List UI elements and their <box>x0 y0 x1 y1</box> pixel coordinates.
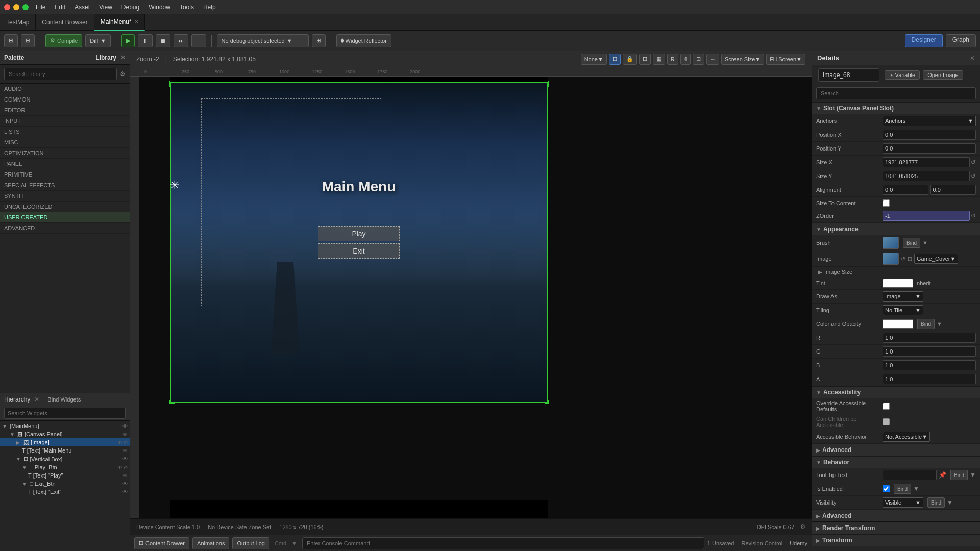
tab-content-browser[interactable]: Content Browser <box>36 14 94 31</box>
palette-misc[interactable]: MISC <box>0 137 130 148</box>
window-minimize-dot[interactable] <box>13 4 19 10</box>
graph-button[interactable]: Graph <box>946 34 976 47</box>
reset-icon-y[interactable]: ↺ <box>971 172 976 180</box>
step-btn[interactable]: ⏸ <box>138 34 153 47</box>
tree-vis-image[interactable]: ⊙ <box>124 440 128 445</box>
hierarchy-close[interactable]: ✕ <box>34 396 39 403</box>
widget-selection-box[interactable]: Main Menu Play Exit <box>170 82 548 403</box>
tree-eye-text-exit[interactable]: 👁 <box>122 489 128 495</box>
tint-swatch[interactable] <box>883 279 913 288</box>
toolbar-layout-btn[interactable]: ⊞ <box>4 34 18 47</box>
tree-toggle-vbox[interactable]: ▼ <box>16 456 22 462</box>
brush-bind-btn[interactable]: Bind <box>903 238 920 248</box>
is-enabled-bind-btn[interactable]: Bind <box>894 484 911 494</box>
section-advanced-2[interactable]: ▶ Advanced <box>812 510 980 522</box>
output-log-btn[interactable]: Output Log <box>232 537 269 549</box>
compile-button[interactable]: ⚙ Compile <box>45 34 82 47</box>
palette-synth[interactable]: SYNTH <box>0 191 130 202</box>
palette-common[interactable]: COMMON <box>0 94 130 105</box>
palette-user-created[interactable]: USER CREATED <box>0 212 130 223</box>
tree-toggle-exit[interactable]: ▼ <box>22 481 28 487</box>
tree-vbox[interactable]: ▼ ⊞ [Vertical Box] 👁 <box>0 455 130 463</box>
tiling-dropdown[interactable]: No Tile ▼ <box>883 305 923 315</box>
cmd-input[interactable] <box>302 537 704 549</box>
pos-y-input[interactable] <box>883 143 976 154</box>
tree-text-mainmenu[interactable]: T [Text] "Main Menu" 👁 <box>0 446 130 455</box>
widget-name-input[interactable] <box>818 68 879 82</box>
refresh-icon[interactable]: ↺ <box>901 256 905 262</box>
palette-close[interactable]: ✕ <box>120 54 126 61</box>
palette-optimization[interactable]: OPTIMIZATION <box>0 148 130 159</box>
tree-eye-mainmenu[interactable]: 👁 <box>122 423 128 429</box>
grid-btn-r[interactable]: R <box>667 54 678 65</box>
locate-icon[interactable]: ⊡ <box>908 256 912 262</box>
pos-x-input[interactable] <box>883 130 976 140</box>
menu-help[interactable]: Help <box>199 3 220 12</box>
is-enabled-checkbox[interactable] <box>883 485 890 492</box>
animations-btn[interactable]: Animations <box>192 537 229 549</box>
palette-uncategorized[interactable]: UNCATEGORIZED <box>0 202 130 212</box>
palette-input[interactable]: INPUT <box>0 116 130 127</box>
section-render-transform[interactable]: ▶ Render Transform <box>812 522 980 534</box>
library-label[interactable]: Library <box>95 54 116 61</box>
settings-icon[interactable]: ⚙ <box>120 70 126 78</box>
section-accessibility[interactable]: ▼ Accessibility <box>812 386 980 398</box>
size-x-input[interactable] <box>883 157 970 167</box>
tree-play-btn[interactable]: ▼ □ Play_Btn 👁 ⊙ <box>0 463 130 471</box>
tree-vis-play[interactable]: ⊙ <box>124 465 128 470</box>
tree-eye-play[interactable]: 👁 <box>117 465 122 470</box>
tree-text-play[interactable]: T [Text] "Play" 👁 <box>0 471 130 480</box>
tree-image[interactable]: ▶ 🖼 [Image] 👁 ⊙ <box>0 438 130 446</box>
lock-btn[interactable]: 🔒 <box>623 54 637 65</box>
size-to-content-checkbox[interactable] <box>883 199 890 207</box>
menu-asset[interactable]: Asset <box>70 3 94 12</box>
menu-view[interactable]: View <box>95 3 116 12</box>
debug-extra-btn[interactable]: ⊞ <box>312 34 326 47</box>
aspect-ratio-btn[interactable]: ⊡ <box>693 54 704 65</box>
tree-toggle-mainmenu[interactable]: ▼ <box>2 423 8 429</box>
tree-eye-text-play[interactable]: 👁 <box>122 473 128 479</box>
zorder-input[interactable] <box>883 211 970 221</box>
tab-main-menu-close[interactable]: ✕ <box>134 19 138 24</box>
palette-lists[interactable]: LISTS <box>0 127 130 137</box>
alignment-x-input[interactable] <box>883 185 928 195</box>
canvas-viewport[interactable]: 0 250 500 750 1000 1250 1500 1750 2000 ✳ <box>130 67 812 518</box>
more-btn[interactable]: ⋯ <box>191 34 206 47</box>
tab-testmap[interactable]: TestMap <box>0 14 36 31</box>
bind-widgets-label[interactable]: Bind Widgets <box>47 396 81 403</box>
palette-panel[interactable]: PANEL <box>0 159 130 169</box>
section-slot[interactable]: ▼ Slot (Canvas Panel Slot) <box>812 102 980 114</box>
tooltip-pin-icon[interactable]: 📌 <box>939 471 946 479</box>
palette-search-input[interactable] <box>4 68 117 80</box>
menu-tools[interactable]: Tools <box>176 3 198 12</box>
arrows-btn[interactable]: ↔ <box>706 54 719 65</box>
tree-eye-canvas[interactable]: 👁 <box>122 432 128 437</box>
grid-btn-3[interactable]: ▦ <box>653 54 665 65</box>
menu-debug[interactable]: Debug <box>117 3 143 12</box>
tree-canvas-panel[interactable]: ▼ 🖼 [Canvas Panel] 👁 <box>0 430 130 438</box>
menu-edit[interactable]: Edit <box>51 3 69 12</box>
tree-eye-exit[interactable]: 👁 <box>122 481 128 487</box>
widget-reflector-btn[interactable]: ⧫ Widget Reflector <box>336 34 391 47</box>
toolbar-panel-btn[interactable]: ⊟ <box>21 34 35 47</box>
tree-mainmenu[interactable]: ▼ [MainMenu] 👁 <box>0 422 130 430</box>
override-checkbox[interactable] <box>883 403 890 410</box>
section-advanced-1[interactable]: ▶ Advanced <box>812 444 980 456</box>
accessible-behavior-dropdown[interactable]: Not Accessible ▼ <box>883 432 930 442</box>
debug-object-dropdown[interactable]: No debug object selected ▼ <box>217 34 309 47</box>
alignment-y-input[interactable] <box>930 185 976 195</box>
screen-size-dropdown[interactable]: Screen Size ▼ <box>721 54 764 65</box>
palette-advanced[interactable]: ADVANCED <box>0 223 130 234</box>
fill-screen-btn[interactable]: Fill Screen ▼ <box>766 54 805 65</box>
tree-eye-image[interactable]: 👁 <box>117 440 122 445</box>
window-close-dot[interactable] <box>4 4 10 10</box>
a-input[interactable] <box>883 374 976 384</box>
menu-file[interactable]: File <box>32 3 50 12</box>
tooltip-bind-btn[interactable]: Bind <box>950 470 968 480</box>
section-transform[interactable]: ▶ Transform <box>812 534 980 546</box>
skip-btn[interactable]: ⏭ <box>174 34 188 47</box>
tree-eye-text-mm[interactable]: 👁 <box>122 448 128 454</box>
r-input[interactable] <box>883 333 976 343</box>
tree-text-exit[interactable]: T [Text] "Exit" 👁 <box>0 488 130 496</box>
settings-icon-status[interactable]: ⚙ <box>800 523 805 530</box>
